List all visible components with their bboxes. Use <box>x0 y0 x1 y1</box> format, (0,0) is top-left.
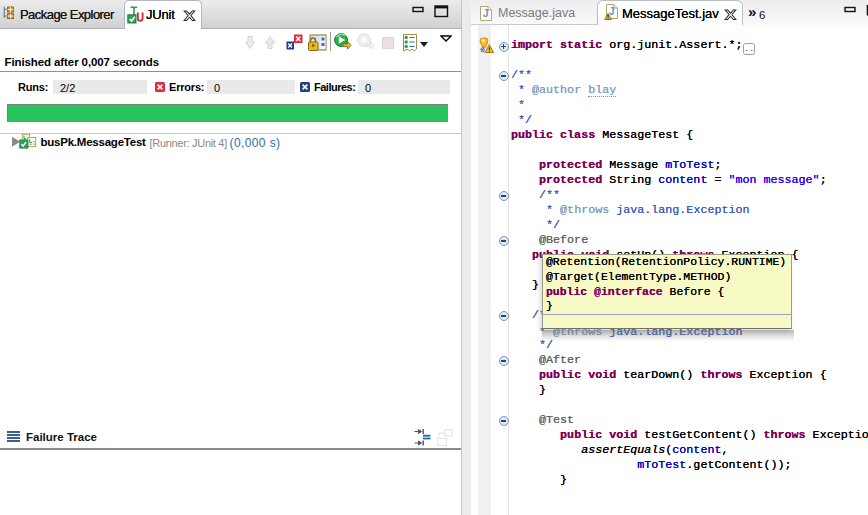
svg-text:J: J <box>609 6 615 17</box>
svg-text:J: J <box>483 8 489 19</box>
